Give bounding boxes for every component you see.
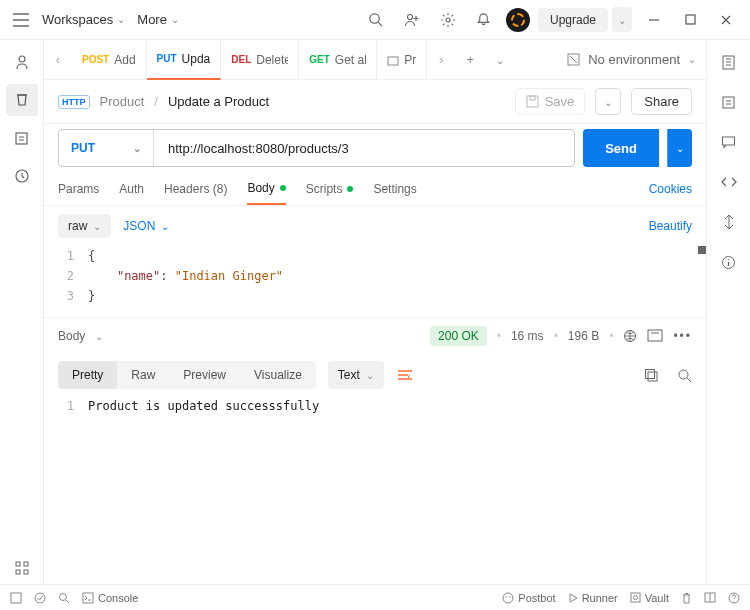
chevron-down-icon[interactable]: ⌄: [95, 331, 103, 342]
footer-runner[interactable]: Runner: [568, 592, 618, 604]
tab-options-button[interactable]: ⌄: [485, 52, 515, 67]
response-status: 200 OK: [430, 326, 487, 346]
req-tab-auth[interactable]: Auth: [119, 172, 144, 205]
raw-select[interactable]: raw⌄: [58, 214, 111, 238]
modified-dot-icon: [347, 186, 353, 192]
req-tab-headers[interactable]: Headers (8): [164, 172, 227, 205]
send-button[interactable]: Send: [583, 129, 659, 167]
view-visualize[interactable]: Visualize: [240, 361, 316, 389]
upgrade-button[interactable]: Upgrade: [538, 8, 608, 32]
more-dropdown[interactable]: More ⌄: [135, 8, 181, 31]
rail-request-details-icon[interactable]: [713, 46, 745, 78]
view-preview[interactable]: Preview: [169, 361, 240, 389]
more-options-icon[interactable]: •••: [673, 329, 692, 343]
svg-rect-14: [530, 96, 535, 100]
workspaces-label: Workspaces: [42, 12, 113, 27]
runner-icon: [568, 593, 578, 603]
svg-point-29: [506, 596, 507, 597]
json-select[interactable]: JSON⌄: [123, 219, 169, 233]
response-body[interactable]: 1Product is updated successsfully: [44, 396, 706, 416]
rail-comments-icon[interactable]: [713, 126, 745, 158]
svg-rect-16: [648, 330, 662, 341]
footer-console[interactable]: Console: [82, 592, 138, 604]
save-options-button[interactable]: ⌄: [595, 88, 621, 115]
postbot-icon: [502, 592, 514, 604]
method-select[interactable]: PUT ⌄: [59, 130, 154, 166]
upgrade-caret[interactable]: ⌄: [612, 7, 632, 32]
workspaces-dropdown[interactable]: Workspaces ⌄: [40, 8, 127, 31]
tab-collection-product[interactable]: Pr: [377, 40, 427, 80]
footer-postbot[interactable]: Postbot: [502, 592, 555, 604]
footer-layout-icon[interactable]: [704, 592, 716, 603]
breadcrumb-request: Update a Product: [168, 94, 269, 109]
network-icon[interactable]: [623, 329, 637, 343]
rail-code-icon[interactable]: [713, 166, 745, 198]
copy-response-icon[interactable]: [644, 368, 659, 383]
invite-icon[interactable]: [398, 6, 426, 34]
wrap-lines-icon[interactable]: [396, 368, 414, 382]
rail-apps-icon[interactable]: [6, 552, 38, 584]
rail-workspace-icon[interactable]: [6, 46, 38, 78]
req-tab-scripts[interactable]: Scripts: [306, 172, 354, 205]
chevron-down-icon: ⌄: [133, 143, 141, 154]
search-response-icon[interactable]: [677, 368, 692, 383]
window-minimize-button[interactable]: [640, 6, 668, 34]
footer-find-icon[interactable]: [58, 592, 70, 604]
svg-rect-18: [646, 369, 655, 378]
rail-documentation-icon[interactable]: [713, 86, 745, 118]
svg-rect-5: [16, 133, 27, 144]
save-button[interactable]: Save: [515, 88, 586, 115]
footer-help-icon[interactable]: [728, 592, 740, 604]
save-icon: [526, 95, 539, 108]
req-tab-settings[interactable]: Settings: [373, 172, 416, 205]
rail-history-icon[interactable]: [6, 160, 38, 192]
beautify-link[interactable]: Beautify: [649, 219, 692, 233]
tab-post-add[interactable]: POSTAdd: [72, 40, 147, 80]
svg-point-26: [60, 593, 67, 600]
right-rail: [706, 40, 750, 584]
rail-collections-icon[interactable]: [6, 84, 38, 116]
rail-environments-icon[interactable]: [6, 122, 38, 154]
menu-icon[interactable]: [10, 9, 32, 31]
save-response-icon[interactable]: [647, 329, 663, 343]
notifications-icon[interactable]: [470, 6, 498, 34]
body-format-row: raw⌄ JSON⌄ Beautify: [44, 206, 706, 246]
svg-point-32: [633, 596, 637, 600]
rail-related-icon[interactable]: [713, 206, 745, 238]
tab-get-getall[interactable]: GETGet al: [299, 40, 377, 80]
response-body-label[interactable]: Body: [58, 329, 85, 343]
request-body-editor[interactable]: 1{ 2 "name": "Indian Ginger" 3}: [44, 246, 706, 318]
breadcrumb-separator: /: [154, 94, 158, 109]
url-input[interactable]: http://localhost:8080/products/3: [154, 130, 574, 166]
new-tab-button[interactable]: +: [455, 52, 485, 67]
svg-point-25: [35, 593, 45, 603]
view-raw[interactable]: Raw: [117, 361, 169, 389]
tabs-scroll-left[interactable]: ‹: [44, 52, 72, 67]
request-subtabs: Params Auth Headers (8) Body Scripts Set…: [44, 172, 706, 206]
environment-selector[interactable]: No environment ⌄: [557, 52, 706, 67]
window-maximize-button[interactable]: [676, 6, 704, 34]
send-options-button[interactable]: ⌄: [667, 129, 692, 167]
req-tab-params[interactable]: Params: [58, 172, 99, 205]
rail-info-icon[interactable]: [713, 246, 745, 278]
tab-put-update[interactable]: PUTUpda: [147, 40, 222, 80]
tabs-scroll-right[interactable]: ›: [427, 52, 455, 67]
req-tab-body[interactable]: Body: [247, 172, 285, 205]
view-pretty[interactable]: Pretty: [58, 361, 117, 389]
titlebar: Workspaces ⌄ More ⌄ Upgrade ⌄: [0, 0, 750, 40]
tab-del-delete[interactable]: DELDelete: [221, 40, 299, 80]
search-icon[interactable]: [362, 6, 390, 34]
user-avatar[interactable]: [506, 8, 530, 32]
breadcrumb-collection[interactable]: Product: [100, 94, 145, 109]
footer-online-icon[interactable]: [34, 592, 46, 604]
request-tabs-bar: ‹ POSTAdd PUTUpda DELDelete GETGet al Pr…: [44, 40, 706, 80]
footer-trash-icon[interactable]: [681, 592, 692, 604]
footer-vault[interactable]: Vault: [630, 592, 669, 604]
settings-icon[interactable]: [434, 6, 462, 34]
window-close-button[interactable]: [712, 6, 740, 34]
footer-sync-icon[interactable]: [10, 592, 22, 604]
share-button[interactable]: Share: [631, 88, 692, 115]
svg-point-19: [679, 370, 688, 379]
cookies-link[interactable]: Cookies: [649, 182, 692, 196]
response-format-select[interactable]: Text⌄: [328, 361, 384, 389]
